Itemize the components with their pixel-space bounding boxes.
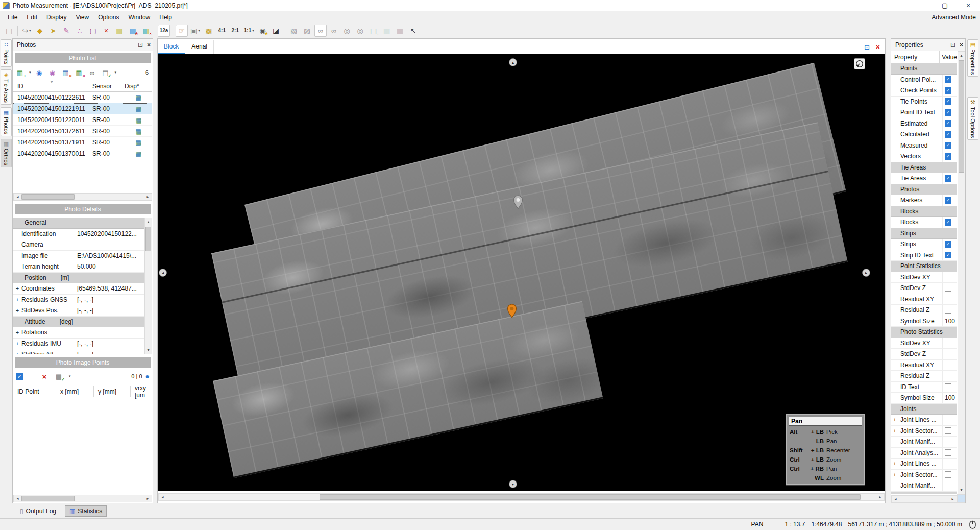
edit-list-icon[interactable]: ▤✓ [101, 67, 111, 78]
photo-details-vscrollbar[interactable]: ▴ ▾ [144, 218, 152, 354]
expand-icon[interactable]: + [13, 341, 21, 347]
apply-icon[interactable]: ↪▾ [20, 25, 33, 37]
scrollbar-thumb[interactable] [959, 60, 964, 173]
expand-icon[interactable]: + [13, 307, 21, 314]
sidebar-tab-photos[interactable]: ▦Photos [1, 107, 12, 136]
expand-icon[interactable]: + [13, 329, 21, 335]
dock-tab-tool-options[interactable]: ⚒Tool Options [967, 97, 978, 140]
view-tab-block[interactable]: Block [158, 40, 185, 54]
sidebar-tab-tie-areas[interactable]: ◈Tie Areas [1, 69, 12, 105]
edit-point-list-icon[interactable]: ▤✓ [54, 371, 64, 381]
dock-tab-properties[interactable]: ▤Properties [967, 39, 978, 77]
display-photo-icon[interactable]: ▦ [131, 139, 141, 146]
scrollbar-thumb[interactable] [21, 496, 75, 501]
column-header-id[interactable]: ID▿ [13, 81, 88, 91]
cursor-select-icon[interactable]: ↖ [407, 25, 420, 37]
view-orientation-icon[interactable] [854, 58, 865, 69]
scroll-right-icon[interactable]: ▸ [949, 496, 957, 502]
view-photo-icon[interactable]: ◉ [34, 67, 44, 78]
column-header-y-mm[interactable]: y [mm] [94, 386, 131, 397]
display-photo-icon[interactable]: ▦ [131, 94, 141, 101]
display-photo-icon[interactable]: ▦ [131, 128, 141, 135]
joint-sector-checkbox[interactable] [945, 427, 951, 434]
viewport-hscrollbar[interactable]: ◂ ▸ [158, 493, 885, 501]
menu-edit[interactable]: Edit [22, 13, 42, 22]
joint-lines-checkbox[interactable] [945, 417, 951, 423]
zoom-point-icon[interactable]: ◎ [341, 25, 353, 37]
show-photo-icon[interactable]: ▦ [113, 25, 126, 37]
markers-checkbox[interactable]: ✓ [945, 197, 951, 204]
column-header-id-point[interactable]: ID Point [13, 386, 56, 397]
vectors-checkbox[interactable]: ✓ [945, 153, 951, 160]
stddev-z-checkbox[interactable] [945, 285, 951, 292]
photo-row[interactable]: 10452020041501220011SR-00▦ [13, 114, 152, 126]
chevron-down-icon[interactable]: ▾ [198, 29, 200, 33]
zoom-area-icon[interactable]: ◎ [354, 25, 366, 37]
save-icon[interactable]: ▤ [3, 25, 15, 37]
photo-dim-alt-icon[interactable]: ▥ [394, 25, 406, 37]
menu-help[interactable]: Help [155, 13, 177, 22]
maximize-button[interactable]: ▢ [933, 0, 957, 11]
calculated-checkbox[interactable]: ✓ [945, 131, 951, 138]
scroll-up-icon[interactable]: ▴ [958, 52, 965, 59]
photo-image-points-hscrollbar[interactable]: ◂ ▸ [13, 495, 152, 502]
pan-right-button[interactable]: ▸ [862, 269, 870, 277]
pick-point-icon[interactable]: ➤ [47, 25, 59, 37]
overlay-photo-icon[interactable]: ▣▾ [189, 25, 202, 37]
chevron-down-icon[interactable]: ▾ [69, 374, 71, 378]
photo-dim-icon[interactable]: ▥ [381, 25, 393, 37]
column-header-sensor[interactable]: Sensor [88, 81, 120, 91]
stddev-xy-checkbox[interactable] [945, 340, 951, 346]
marker-pin-gray[interactable] [513, 195, 523, 209]
delete-image-point-icon[interactable]: × [39, 371, 50, 381]
next-photo-icon[interactable]: ▨ [301, 25, 313, 37]
sidebar-tab-points[interactable]: ∷Points [1, 39, 12, 67]
pan-up-button[interactable]: ▴ [509, 58, 517, 66]
photo-remove-icon[interactable]: ▦× [140, 25, 152, 37]
residual-xy-checkbox[interactable] [945, 362, 951, 368]
prev-photo-icon[interactable]: ▧ [288, 25, 300, 37]
strip-id-text-checkbox[interactable]: ✓ [945, 252, 951, 258]
menu-view[interactable]: View [71, 13, 93, 22]
stddev-xy-checkbox[interactable] [945, 274, 951, 280]
view-rgb-icon[interactable]: ◉ [47, 67, 58, 78]
estimated-checkbox[interactable]: ✓ [945, 120, 951, 127]
menu-file[interactable]: File [3, 13, 22, 22]
minimize-button[interactable]: – [910, 0, 933, 11]
photo-list-hscrollbar[interactable]: ◂ ▸ [13, 193, 152, 201]
view-tab-aerial[interactable]: Aerial [185, 40, 214, 54]
expand-icon[interactable]: + [13, 297, 21, 303]
control-poi-checkbox[interactable]: ✓ [945, 76, 951, 83]
float-panel-icon[interactable]: ⊡ [950, 41, 955, 49]
close-panel-icon[interactable]: × [147, 41, 151, 49]
measured-checkbox[interactable]: ✓ [945, 142, 951, 149]
marker-pin-orange[interactable] [507, 304, 517, 318]
photo-row[interactable]: 10442020041501370011SR-00▦ [13, 148, 152, 159]
id-text-checkbox[interactable] [945, 383, 951, 390]
photo-star-icon[interactable]: ▦★ [127, 25, 139, 37]
joint-analys-checkbox[interactable] [945, 449, 951, 456]
restore-view-icon[interactable]: ⊡ [864, 43, 870, 51]
expand-icon[interactable]: + [891, 472, 898, 478]
close-panel-icon[interactable]: × [960, 41, 963, 49]
map-canvas[interactable]: ▴ ▾ ◂ ▸ Pan Alt+ LBPickLBPanShift+ LBRec… [158, 54, 885, 491]
contrast-icon[interactable]: ◪ [270, 25, 282, 37]
column-header-x-mm[interactable]: x [mm] [56, 386, 94, 397]
properties-hscrollbar[interactable]: ◂ ▸ [891, 495, 957, 503]
expand-icon[interactable]: + [13, 351, 21, 354]
bottom-tab-statistics[interactable]: ▥Statistics [65, 505, 107, 517]
multi-point-icon[interactable]: ∴ [74, 25, 86, 37]
scrollbar-thumb[interactable] [145, 227, 151, 251]
chevron-down-icon[interactable]: ▾ [252, 29, 254, 33]
expand-icon[interactable]: + [891, 428, 898, 434]
select-region-icon[interactable]: ▢ [87, 25, 99, 37]
scroll-left-icon[interactable]: ◂ [892, 496, 899, 502]
close-button[interactable]: × [957, 0, 980, 11]
check-points-checkbox[interactable]: ✓ [945, 87, 951, 94]
tie-areas-checkbox[interactable]: ✓ [945, 175, 951, 182]
remove-photo-icon[interactable]: ▦× [74, 67, 84, 78]
center-point-icon[interactable]: ◉★ [257, 25, 269, 37]
menu-options[interactable]: Options [93, 13, 124, 22]
scroll-left-icon[interactable]: ◂ [14, 194, 21, 200]
pan-tool-icon[interactable]: ☞ [176, 25, 188, 37]
